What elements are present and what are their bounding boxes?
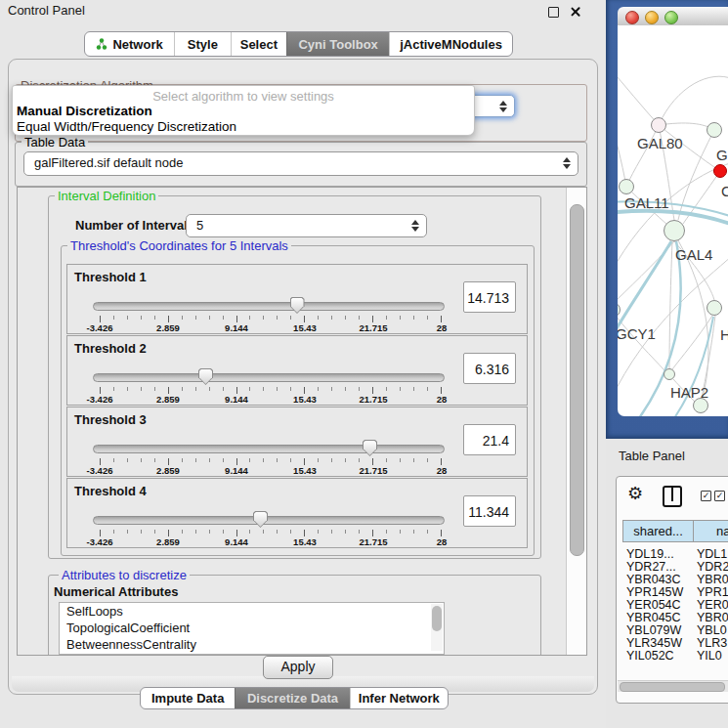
network-node-label: HAP2: [670, 384, 708, 401]
numerical-attributes-list[interactable]: SelfLoopsTopologicalCoefficientBetweenne…: [59, 602, 445, 655]
bottom-tab-infer-network[interactable]: Infer Network: [350, 688, 448, 708]
table-row[interactable]: YIL052CYIL0: [617, 649, 728, 662]
table-data-combobox[interactable]: galFiltered.sif default node: [23, 151, 578, 176]
table-cell-name: YDR2: [697, 560, 728, 574]
bottom-tab-discretize-data[interactable]: Discretize Data: [235, 688, 349, 708]
threshold-value-field[interactable]: 21.4: [463, 424, 516, 455]
table-row[interactable]: YDR27...YDR2: [617, 560, 728, 573]
tick-mark: [400, 458, 401, 462]
table-cell-name: YIL0: [697, 649, 722, 663]
table-data-group: Table Data galFiltered.sif default node: [15, 142, 587, 187]
network-window-titlebar[interactable]: [618, 7, 728, 26]
slider-track: [93, 373, 445, 382]
tab-cyni-toolbox[interactable]: Cyni Toolbox: [286, 32, 389, 56]
number-of-intervals-combobox[interactable]: 5: [186, 214, 427, 237]
table-panel-title: Table Panel: [619, 449, 685, 463]
tick-mark: [182, 387, 183, 391]
table-cell-shared-name: YIL052C: [626, 649, 674, 663]
network-canvas[interactable]: GAL80GCGAL11GAL4GCY1HHAP2: [618, 25, 728, 416]
tick-mark: [113, 387, 114, 391]
checkbox-icon[interactable]: ✓: [701, 491, 711, 501]
tick-mark: [331, 530, 332, 534]
column-header-name[interactable]: na: [693, 520, 728, 542]
threshold-slider-3[interactable]: [93, 440, 445, 457]
scrollbar-thumb[interactable]: [432, 606, 442, 631]
network-node[interactable]: [651, 117, 666, 133]
network-node[interactable]: [707, 122, 722, 138]
popup-option-manual-discretization[interactable]: Manual Discretization: [17, 104, 152, 118]
column-header-shared-name[interactable]: shared...: [622, 520, 694, 542]
threshold-value-field[interactable]: 14.713: [463, 281, 516, 313]
tick-mark: [236, 316, 237, 322]
tick-mark: [304, 316, 305, 322]
tick-mark: [249, 530, 250, 534]
tick-mark: [100, 387, 101, 394]
tick-mark: [236, 458, 237, 465]
tick-mark: [427, 316, 428, 320]
bottom-tab-impute-data[interactable]: Impute Data: [141, 688, 235, 708]
tab-network[interactable]: Network: [85, 32, 174, 56]
zoom-traffic-light-icon[interactable]: [664, 11, 678, 24]
threshold-label: Threshold 2: [74, 341, 147, 356]
slider-thumb[interactable]: [290, 297, 305, 314]
table-row[interactable]: YPR145WYPR1: [617, 585, 728, 598]
settings-vertical-scrollbar[interactable]: [566, 188, 586, 655]
slider-thumb[interactable]: [253, 511, 268, 528]
scrollbar-thumb[interactable]: [620, 682, 725, 692]
table-horizontal-scrollbar[interactable]: [618, 680, 728, 692]
minimize-traffic-light-icon[interactable]: [645, 11, 659, 24]
threshold-slider-1[interactable]: [93, 297, 445, 315]
attributes-group: Attributes to discretize Numerical Attri…: [48, 575, 541, 656]
table-cell-shared-name: YDL19...: [626, 547, 674, 561]
scrollbar-thumb[interactable]: [570, 204, 584, 556]
gear-icon[interactable]: ⚙: [627, 484, 643, 503]
apply-button[interactable]: Apply: [263, 656, 333, 679]
table-row[interactable]: YER054CYER0: [617, 598, 728, 611]
network-node[interactable]: [707, 300, 722, 316]
tick-mark: [154, 458, 155, 462]
network-node[interactable]: [664, 220, 685, 241]
tick-mark: [318, 530, 319, 534]
threshold-slider-2[interactable]: [93, 368, 445, 386]
table-row[interactable]: YDL19...YDL1: [617, 547, 728, 560]
network-node-label: GAL4: [675, 246, 712, 263]
attributes-scrollbar[interactable]: [431, 604, 443, 651]
tick-mark: [100, 458, 101, 465]
network-node[interactable]: [664, 368, 675, 380]
close-traffic-light-icon[interactable]: [625, 11, 639, 24]
close-icon[interactable]: [570, 6, 581, 18]
table-cell-shared-name: YPR145W: [626, 585, 683, 599]
control-panel-tabs: NetworkStyleSelectCyni ToolboxjActiveMNo…: [84, 31, 513, 57]
table-row[interactable]: YBL079WYBL0: [617, 623, 728, 636]
tick-label: 28: [412, 394, 471, 405]
attribute-list-item[interactable]: BetweennessCentrality: [60, 636, 444, 653]
tick-label: 15.43: [276, 465, 334, 476]
tab-style[interactable]: Style: [174, 32, 230, 56]
threshold-value-field[interactable]: 6.316: [463, 353, 516, 384]
threshold-slider-4[interactable]: [93, 511, 445, 529]
slider-thumb[interactable]: [363, 440, 377, 456]
table-cell-name: YBR0: [697, 611, 728, 624]
table-row[interactable]: YBR043CYBR0: [617, 573, 728, 585]
tick-mark: [141, 458, 142, 462]
algorithm-dropdown-popup: Select algorithm to view settings Manual…: [12, 85, 475, 136]
network-node[interactable]: [713, 164, 727, 178]
checkbox-icon[interactable]: ✓: [714, 491, 725, 501]
threshold-value-field[interactable]: 11.344: [463, 495, 516, 527]
tab-select[interactable]: Select: [231, 32, 286, 56]
popup-option-equal-width-frequency[interactable]: Equal Width/Frequency Discretization: [17, 119, 236, 134]
attribute-list-item[interactable]: TopologicalCoefficient: [60, 620, 444, 636]
thresholds-group-title: Threshold's Coordinates for 5 Intervals: [67, 238, 291, 253]
tick-mark: [100, 530, 101, 536]
table-row[interactable]: YLR345WYLR3: [617, 636, 728, 649]
combobox-stepper-icon: [563, 156, 571, 170]
tab-jactivemnodules[interactable]: jActiveMNodules: [389, 32, 512, 56]
network-node[interactable]: [619, 179, 634, 194]
column-selector-icon[interactable]: [663, 486, 682, 507]
slider-thumb[interactable]: [198, 368, 213, 385]
tick-mark: [195, 316, 196, 320]
table-row[interactable]: YBR045CYBR0: [617, 611, 728, 623]
float-window-icon[interactable]: [548, 7, 559, 18]
attribute-list-item[interactable]: SelfLoops: [60, 603, 444, 620]
tick-mark: [318, 387, 319, 391]
